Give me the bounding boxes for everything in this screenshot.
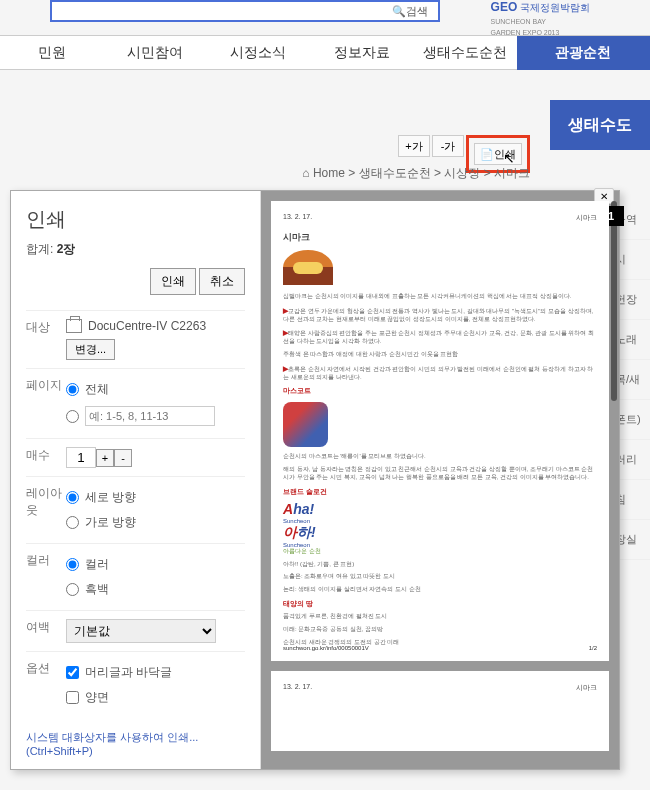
header-footer-checkbox[interactable] bbox=[66, 666, 79, 679]
font-decrease-button[interactable]: -가 bbox=[432, 135, 464, 157]
color-bw-radio[interactable] bbox=[66, 583, 79, 596]
nav-news[interactable]: 시정소식 bbox=[207, 44, 310, 62]
expo-logo: GEO 국제정원박람회 SUNCHEON BAY GARDEN EXPO 201… bbox=[491, 0, 590, 37]
cancel-button[interactable]: 취소 bbox=[199, 268, 245, 295]
copies-input[interactable] bbox=[66, 447, 96, 468]
page-range-radio[interactable] bbox=[66, 410, 79, 423]
change-printer-button[interactable]: 변경... bbox=[66, 339, 115, 360]
city-mark-logo bbox=[283, 250, 333, 285]
nav-citizen[interactable]: 시민참여 bbox=[103, 44, 206, 62]
copies-plus-button[interactable]: + bbox=[96, 449, 114, 467]
nav-eco[interactable]: 생태수도순천 bbox=[413, 44, 516, 62]
margin-label: 여백 bbox=[26, 619, 66, 643]
page-range-input[interactable] bbox=[85, 406, 215, 426]
search-bar[interactable]: 🔍 검색 bbox=[50, 0, 440, 22]
page-all-radio[interactable] bbox=[66, 383, 79, 396]
layout-label: 레이아웃 bbox=[26, 485, 66, 535]
home-icon: ⌂ bbox=[302, 166, 309, 180]
printer-name: DocuCentre-IV C2263 bbox=[88, 319, 206, 333]
preview-page-1: 13. 2. 17.시마크 시마크 심벌마크는 순천시의 이미지를 대내외에 표… bbox=[271, 201, 609, 661]
breadcrumb: ⌂ Home > 생태수도순천 > 시상징 > 시마크 bbox=[302, 165, 530, 182]
print-preview-panel: ✕ 1 13. 2. 17.시마크 시마크 심벌마크는 순천시의 이미지를 대내… bbox=[261, 191, 619, 769]
nav-tour[interactable]: 관광순천 bbox=[517, 36, 650, 70]
system-dialog-link[interactable]: 시스템 대화상자를 사용하여 인쇄... (Ctrl+Shift+P) bbox=[26, 718, 245, 757]
print-button[interactable]: 📄인쇄 bbox=[474, 143, 522, 165]
layout-landscape-radio[interactable] bbox=[66, 516, 79, 529]
mascot-image bbox=[283, 402, 328, 447]
preview-scrollbar[interactable] bbox=[611, 201, 617, 401]
color-label: 컬러 bbox=[26, 552, 66, 602]
main-nav: 민원 시민참여 시정소식 정보자료 생태수도순천 관광순천 bbox=[0, 35, 650, 70]
page-section-title: 생태수도 bbox=[550, 100, 650, 150]
search-icon: 🔍 bbox=[392, 5, 406, 18]
target-label: 대상 bbox=[26, 319, 66, 360]
print-settings-panel: 인쇄 합계: 2장 인쇄 취소 대상 DocuCentre-IV C2263 변… bbox=[11, 191, 261, 769]
dialog-title: 인쇄 bbox=[26, 206, 245, 233]
printer-icon bbox=[66, 319, 82, 333]
color-color-radio[interactable] bbox=[66, 558, 79, 571]
copies-minus-button[interactable]: - bbox=[114, 449, 132, 467]
search-button-label: 검색 bbox=[406, 4, 428, 19]
total-pages: 합계: 2장 bbox=[26, 241, 245, 258]
print-confirm-button[interactable]: 인쇄 bbox=[150, 268, 196, 295]
margin-select[interactable]: 기본값 bbox=[66, 619, 216, 643]
option-label: 옵션 bbox=[26, 660, 66, 710]
layout-portrait-radio[interactable] bbox=[66, 491, 79, 504]
print-dialog: 인쇄 합계: 2장 인쇄 취소 대상 DocuCentre-IV C2263 변… bbox=[10, 190, 620, 770]
nav-info[interactable]: 정보자료 bbox=[310, 44, 413, 62]
copies-label: 매수 bbox=[26, 447, 66, 468]
nav-minwon[interactable]: 민원 bbox=[0, 44, 103, 62]
duplex-checkbox[interactable] bbox=[66, 691, 79, 704]
page-label: 페이지 bbox=[26, 377, 66, 430]
preview-page-2: 13. 2. 17.시마크 bbox=[271, 671, 609, 751]
font-increase-button[interactable]: +가 bbox=[398, 135, 430, 157]
